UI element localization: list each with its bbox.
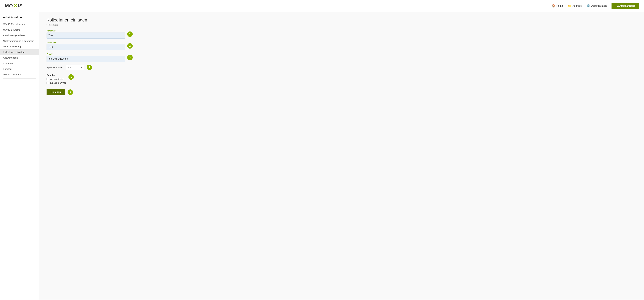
sidebar-item-biometrie[interactable]: Biometrie [0,61,39,66]
email-label: E-Mail* [46,53,125,55]
gear-icon: ⚙️ [586,4,590,8]
sidebar-item-kolleginnen-einladen[interactable]: KollegInnen einladen [0,49,39,55]
email-group: E-Mail* 3 [46,53,125,62]
nav-administration-label: Administration [592,5,607,7]
einsichtnehmer-checkbox[interactable] [46,82,49,84]
checkbox-einsichtnehmer-row: Einsichtnehmer [46,82,66,84]
rechte-checkboxes: Rechte: Administrator Einsichtnehmer [46,74,66,85]
sidebar-item-lizenzverwaltung[interactable]: Lizenzverwaltung [0,44,39,49]
page-title: KollegInnen einladen [46,18,637,23]
sprache-label: Sprache wählen: [46,66,64,69]
email-input[interactable] [46,56,125,62]
rechte-section: Rechte: Administrator Einsichtnehmer 5 [46,74,637,85]
step-badge-4: 4 [86,65,92,70]
vorname-input[interactable] [46,33,125,39]
logo: MO ✕ IS [5,3,23,9]
main-layout: Administration MOXIS Einstellungen MOXIS… [0,12,644,299]
rechte-title: Rechte: [46,74,66,76]
nav-administration[interactable]: ⚙️ Administration [586,4,607,8]
sidebar-item-platzhalter-generieren[interactable]: Platzhalter generieren [0,33,39,38]
nachname-input[interactable] [46,44,125,50]
nav-auftrage-label: Aufträge [572,5,582,7]
sidebar-item-moxis-branding[interactable]: MOXIS Branding [0,27,39,33]
sidebar-item-moxis-einstellungen[interactable]: MOXIS Einstellungen [0,21,39,27]
sidebar: Administration MOXIS Einstellungen MOXIS… [0,12,39,299]
folder-icon: 📁 [568,4,571,8]
step-badge-3: 3 [127,55,133,60]
sidebar-item-auswertungen[interactable]: Auswertungen [0,55,39,61]
vorname-group: Vorname* 1 [46,30,125,39]
administrator-label: Administrator [50,78,64,80]
sidebar-item-nachverarbeitung-wiederholen[interactable]: Nachverarbeitung wiederholen [0,38,39,44]
submit-row: Einladen 6 [46,89,637,95]
nav-home-label: Home [556,5,563,7]
sprache-select-wrap: DE EN FR ▼ [66,65,84,70]
nachname-group: Nachname* 2 [46,41,125,50]
create-auftrag-button[interactable]: + Auftrag anlegen [612,3,639,9]
step-badge-2: 2 [127,43,133,49]
sidebar-item-benutzer[interactable]: Benutzer [0,66,39,72]
einladen-button[interactable]: Einladen [46,89,65,95]
logo-text-after: IS [18,3,23,9]
einsichtnehmer-label: Einsichtnehmer [50,82,66,84]
header: MO ✕ IS 🏠 Home 📁 Aufträge ⚙️ Administrat… [0,0,644,12]
checkbox-administrator-row: Administrator [46,78,66,80]
administrator-checkbox[interactable] [46,78,49,80]
vorname-label: Vorname* [46,30,125,32]
nav-auftrage[interactable]: 📁 Aufträge [568,4,582,8]
step-badge-1: 1 [127,32,133,37]
content-area: KollegInnen einladen * Pflichtfelder Vor… [39,12,644,299]
nachname-label: Nachname* [46,41,125,44]
sprache-row: Sprache wählen: DE EN FR ▼ 4 [46,65,637,70]
step-badge-6: 6 [68,89,73,95]
logo-text-before: MO [5,3,13,9]
required-note: * Pflichtfelder [46,24,637,26]
logo-arrow-icon: ✕ [13,3,18,9]
main-nav: 🏠 Home 📁 Aufträge ⚙️ Administration + Au… [552,3,639,9]
step-badge-5: 5 [68,74,74,80]
sidebar-title: Administration [0,16,39,21]
home-icon: 🏠 [552,4,555,8]
sidebar-item-dsgvo-auskunft[interactable]: DSGVO Auskunft [0,72,39,77]
sprache-select[interactable]: DE EN FR [66,65,84,70]
nav-home[interactable]: 🏠 Home [552,4,563,8]
